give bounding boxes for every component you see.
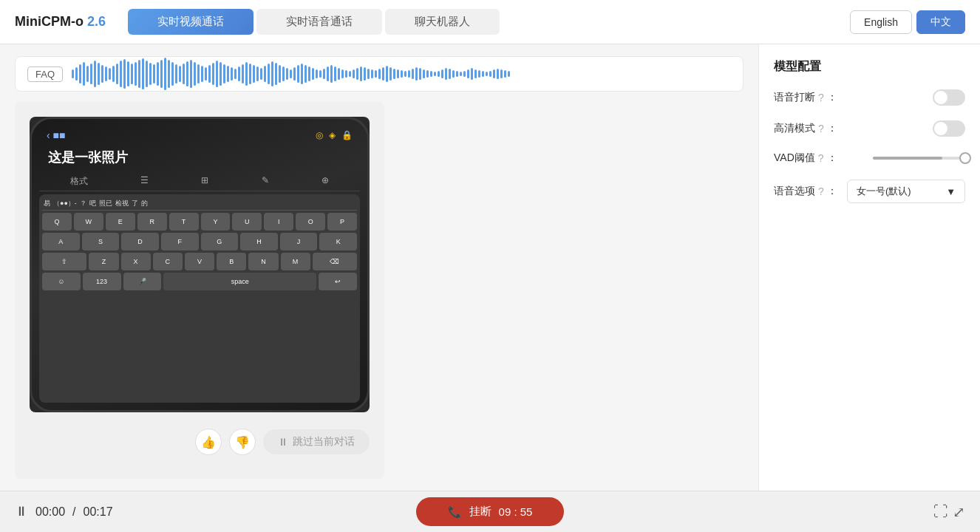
- key-emoji[interactable]: ☺: [42, 273, 81, 290]
- key-H[interactable]: H: [240, 233, 278, 250]
- suggest-5[interactable]: 照已: [99, 199, 112, 208]
- key-J[interactable]: J: [280, 233, 318, 250]
- key-V[interactable]: V: [185, 253, 214, 270]
- key-W[interactable]: W: [74, 213, 103, 231]
- voice-option-help[interactable]: ?: [818, 185, 824, 197]
- key-A[interactable]: A: [42, 233, 80, 250]
- waveform-bar-72: [338, 68, 340, 80]
- waveform-bar-13: [120, 61, 122, 87]
- pause-button[interactable]: ⏸: [15, 504, 28, 519]
- key-I[interactable]: I: [264, 213, 293, 231]
- audio-bar: FAQ: [15, 56, 743, 92]
- voice-option-label: 语音选项 ? ：: [774, 185, 841, 198]
- waveform-bar-113: [489, 71, 491, 77]
- phone-back-button[interactable]: ‹ ■■: [47, 129, 65, 141]
- suggest-3[interactable]: ？: [80, 199, 86, 208]
- key-N[interactable]: N: [248, 253, 278, 270]
- waveform-bar-62: [301, 64, 303, 84]
- tab-chat[interactable]: 聊天机器人: [385, 9, 500, 35]
- key-X[interactable]: X: [121, 253, 151, 270]
- key-R[interactable]: R: [137, 213, 167, 231]
- hd-mode-text: 高清模式: [774, 122, 815, 135]
- suggest-7[interactable]: 了: [132, 199, 138, 208]
- key-E[interactable]: E: [106, 213, 135, 231]
- voice-option-dropdown[interactable]: 女一号(默认) ▼: [847, 180, 965, 203]
- waveform-bar-60: [293, 67, 296, 81]
- key-Z[interactable]: Z: [89, 253, 118, 270]
- key-S[interactable]: S: [82, 233, 120, 250]
- expand-icon-1[interactable]: ⛶: [933, 503, 948, 521]
- key-B[interactable]: B: [217, 253, 246, 270]
- key-123[interactable]: 123: [83, 273, 121, 290]
- waveform-bar-93: [415, 67, 418, 81]
- waveform-bar-88: [397, 69, 399, 78]
- main-content: FAQ ‹ ■■ ◎ ◈ 🔒: [0, 44, 980, 491]
- vad-help[interactable]: ?: [818, 152, 824, 164]
- key-G[interactable]: G: [201, 233, 239, 250]
- key-shift[interactable]: ⇧: [42, 253, 86, 270]
- key-U[interactable]: U: [232, 213, 262, 231]
- skip-label: 跳过当前对话: [293, 435, 355, 449]
- sidebar: 模型配置 语音打断 ? ： 高清模式 ? ： VAD阈值 ? ：: [758, 44, 980, 491]
- key-Y[interactable]: Y: [201, 213, 231, 231]
- waveform-bar-65: [312, 68, 314, 80]
- waveform-bar-29: [179, 66, 181, 82]
- key-T[interactable]: T: [169, 213, 199, 231]
- vad-slider-thumb[interactable]: [959, 152, 971, 164]
- voice-interrupt-help[interactable]: ?: [818, 92, 824, 103]
- lang-zh-button[interactable]: 中文: [916, 10, 965, 34]
- key-P[interactable]: P: [327, 213, 357, 231]
- waveform-bar-66: [316, 69, 318, 78]
- waveform-bar-101: [445, 68, 447, 80]
- expand-icon-2[interactable]: ⤢: [953, 503, 965, 521]
- waveform-bar-34: [197, 64, 200, 83]
- skip-button[interactable]: ⏸ 跳过当前对话: [263, 429, 370, 454]
- voice-interrupt-toggle[interactable]: [933, 89, 965, 106]
- waveform-bar-9: [105, 66, 107, 81]
- tab-video[interactable]: 实时视频通话: [128, 9, 253, 35]
- voice-interrupt-label: 语音打断 ? ：: [774, 91, 927, 104]
- key-M[interactable]: M: [281, 253, 310, 270]
- key-K[interactable]: K: [319, 233, 357, 250]
- waveform-bar-40: [220, 62, 222, 86]
- key-return[interactable]: ↩: [319, 273, 357, 290]
- keyboard-row-4: ☺ 123 🎤 space ↩: [42, 273, 357, 290]
- key-delete[interactable]: ⌫: [313, 253, 357, 270]
- waveform-bar-82: [375, 70, 377, 78]
- key-F[interactable]: F: [161, 233, 199, 250]
- waveform-bar-17: [135, 62, 137, 86]
- suggest-1[interactable]: 易: [44, 199, 50, 208]
- waveform-bar-53: [268, 64, 270, 84]
- suggest-4[interactable]: 吧: [89, 199, 96, 208]
- label-colon: ：: [827, 91, 837, 104]
- dislike-button[interactable]: 👎: [229, 429, 256, 455]
- waveform-bar-52: [264, 66, 266, 82]
- toolbar-item-5: ⊕: [321, 175, 329, 188]
- waveform-bar-89: [401, 70, 403, 78]
- key-mic[interactable]: 🎤: [123, 273, 162, 290]
- key-O[interactable]: O: [296, 213, 325, 231]
- waveform-bar-41: [223, 64, 225, 83]
- waveform-bar-58: [286, 68, 288, 80]
- waveform-bar-118: [508, 71, 510, 77]
- waveform: [72, 62, 731, 86]
- hangup-button[interactable]: 📞 挂断 09 : 55: [416, 497, 564, 526]
- key-D[interactable]: D: [121, 233, 159, 250]
- suggest-6[interactable]: 检视: [115, 199, 129, 208]
- tab-audio[interactable]: 实时语音通话: [256, 9, 382, 35]
- waveform-bar-103: [452, 70, 455, 78]
- suggest-8[interactable]: 的: [141, 199, 148, 208]
- hd-mode-label: 高清模式 ? ：: [774, 122, 927, 135]
- key-space[interactable]: space: [163, 273, 316, 290]
- lang-en-button[interactable]: English: [850, 10, 912, 34]
- waveform-bar-47: [245, 62, 248, 86]
- hd-mode-help[interactable]: ?: [818, 123, 824, 134]
- waveform-bar-105: [460, 72, 462, 76]
- key-C[interactable]: C: [153, 253, 183, 270]
- like-button[interactable]: 👍: [195, 429, 222, 455]
- suggest-2[interactable]: （●●）-: [53, 199, 77, 208]
- hd-mode-toggle[interactable]: [933, 120, 965, 137]
- key-Q[interactable]: Q: [42, 213, 72, 231]
- waveform-bar-94: [419, 68, 421, 80]
- waveform-bar-27: [171, 62, 174, 86]
